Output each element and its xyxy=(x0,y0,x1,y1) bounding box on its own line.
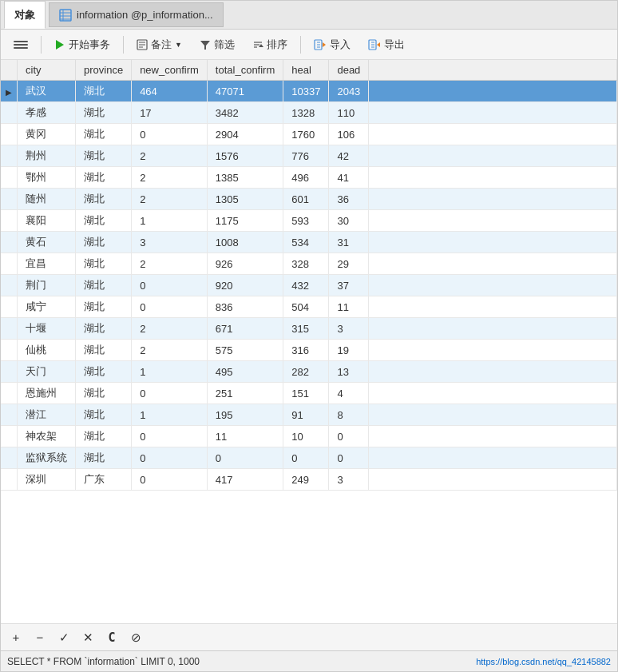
table-row[interactable]: 黄冈湖北029041760106 xyxy=(1,124,617,145)
notes-icon xyxy=(137,39,148,50)
toolbar-divider-1 xyxy=(41,36,42,54)
row-indicator xyxy=(1,210,18,232)
col-dead[interactable]: dead xyxy=(329,60,369,81)
col-heal[interactable]: heal xyxy=(283,60,329,81)
status-link[interactable]: https://blog.csdn.net/qq_42145882 xyxy=(476,657,611,666)
table-row[interactable]: 仙桃湖北257531619 xyxy=(1,340,617,361)
remove-row-button[interactable]: − xyxy=(31,629,49,646)
row-indicator xyxy=(1,124,18,145)
tab-bar: 对象 information @p_information... xyxy=(1,1,617,30)
import-icon xyxy=(314,39,327,50)
cell-heal: 504 xyxy=(283,296,329,318)
row-indicator xyxy=(1,145,18,167)
cell-total_confirm: 1175 xyxy=(207,210,283,232)
col-total-confirm[interactable]: total_confirm xyxy=(207,60,283,81)
table-row[interactable]: 十堰湖北26713153 xyxy=(1,318,617,340)
cell-heal: 776 xyxy=(283,145,329,167)
cell-heal: 1328 xyxy=(283,102,329,124)
table-row[interactable]: 襄阳湖北1117559330 xyxy=(1,210,617,232)
cell-city: 十堰 xyxy=(18,318,76,340)
bottom-toolbar: + − ✓ ✕ C ⊘ xyxy=(1,623,617,650)
refresh-button[interactable]: C xyxy=(103,629,121,646)
cell-extra xyxy=(369,232,617,253)
tab-objects[interactable]: 对象 xyxy=(4,1,46,29)
row-indicator xyxy=(1,426,18,447)
row-indicator xyxy=(1,318,18,340)
cell-new_confirm: 2 xyxy=(132,318,208,340)
table-row[interactable]: 随州湖北2130560136 xyxy=(1,189,617,210)
cell-city: 武汉 xyxy=(18,81,76,102)
row-indicator xyxy=(1,447,18,469)
row-indicator xyxy=(1,81,18,102)
row-indicator xyxy=(1,253,18,275)
cell-new_confirm: 464 xyxy=(132,81,208,102)
cell-extra xyxy=(369,318,617,340)
sql-status: SELECT * FROM `information` LIMIT 0, 100… xyxy=(7,656,200,667)
svg-marker-24 xyxy=(377,42,380,47)
svg-marker-19 xyxy=(323,42,326,47)
table-row[interactable]: 宜昌湖北292632829 xyxy=(1,253,617,275)
cell-dead: 29 xyxy=(329,253,369,275)
filter-icon xyxy=(200,39,211,50)
row-indicator xyxy=(1,102,18,124)
notes-dropdown-icon: ▼ xyxy=(175,41,182,49)
confirm-button[interactable]: ✓ xyxy=(55,629,73,646)
cell-province: 湖北 xyxy=(76,426,132,447)
cell-province: 湖北 xyxy=(76,232,132,253)
cell-extra xyxy=(369,81,617,102)
data-table: city province new_confirm total_confirm … xyxy=(1,60,617,491)
cell-new_confirm: 3 xyxy=(132,232,208,253)
cell-city: 鄂州 xyxy=(18,167,76,189)
table-row[interactable]: 监狱系统湖北0000 xyxy=(1,447,617,469)
cell-new_confirm: 0 xyxy=(132,275,208,296)
begin-transaction-button[interactable]: 开始事务 xyxy=(48,35,117,54)
notes-button[interactable]: 备注 ▼ xyxy=(130,35,188,54)
cell-new_confirm: 2 xyxy=(132,145,208,167)
col-new-confirm[interactable]: new_confirm xyxy=(132,60,208,81)
table-row[interactable]: 神农架湖北011100 xyxy=(1,426,617,447)
filter-button[interactable]: 筛选 xyxy=(193,35,241,54)
hamburger-icon xyxy=(14,41,28,49)
table-row[interactable]: 黄石湖北3100853431 xyxy=(1,232,617,253)
stop-button[interactable]: ⊘ xyxy=(127,629,145,646)
table-row[interactable]: 深圳广东04172493 xyxy=(1,469,617,491)
table-row[interactable]: 鄂州湖北2138549641 xyxy=(1,167,617,189)
table-row[interactable]: 恩施州湖北02511514 xyxy=(1,383,617,404)
cell-extra xyxy=(369,404,617,426)
cell-total_confirm: 3482 xyxy=(207,102,283,124)
export-button[interactable]: 导出 xyxy=(362,35,411,54)
cell-dead: 3 xyxy=(329,469,369,491)
cell-extra xyxy=(369,296,617,318)
cell-total_confirm: 0 xyxy=(207,447,283,469)
table-row[interactable]: 荆州湖北2157677642 xyxy=(1,145,617,167)
cell-province: 广东 xyxy=(76,469,132,491)
cancel-button[interactable]: ✕ xyxy=(79,629,97,646)
table-row[interactable]: 武汉湖北46447071103372043 xyxy=(1,81,617,102)
cell-city: 监狱系统 xyxy=(18,447,76,469)
cell-extra xyxy=(369,167,617,189)
add-row-button[interactable]: + xyxy=(7,629,25,646)
cell-total_confirm: 671 xyxy=(207,318,283,340)
table-row[interactable]: 荆门湖北092043237 xyxy=(1,275,617,296)
menu-button[interactable] xyxy=(7,38,34,51)
cell-dead: 41 xyxy=(329,167,369,189)
col-province[interactable]: province xyxy=(76,60,132,81)
tab-information[interactable]: information @p_information... xyxy=(49,2,224,28)
cell-new_confirm: 2 xyxy=(132,340,208,361)
cell-city: 黄石 xyxy=(18,232,76,253)
table-row[interactable]: 孝感湖北1734821328110 xyxy=(1,102,617,124)
cell-new_confirm: 0 xyxy=(132,296,208,318)
cell-heal: 316 xyxy=(283,340,329,361)
row-indicator xyxy=(1,275,18,296)
cell-city: 神农架 xyxy=(18,426,76,447)
col-city[interactable]: city xyxy=(18,60,76,81)
cell-total_confirm: 1576 xyxy=(207,145,283,167)
table-row[interactable]: 咸宁湖北083650411 xyxy=(1,296,617,318)
row-indicator xyxy=(1,469,18,491)
table-row[interactable]: 潜江湖北1195918 xyxy=(1,404,617,426)
sort-button[interactable]: 排序 xyxy=(246,35,294,54)
cell-city: 宜昌 xyxy=(18,253,76,275)
table-row[interactable]: 天门湖北149528213 xyxy=(1,361,617,383)
import-button[interactable]: 导入 xyxy=(307,35,357,54)
cell-province: 湖北 xyxy=(76,275,132,296)
